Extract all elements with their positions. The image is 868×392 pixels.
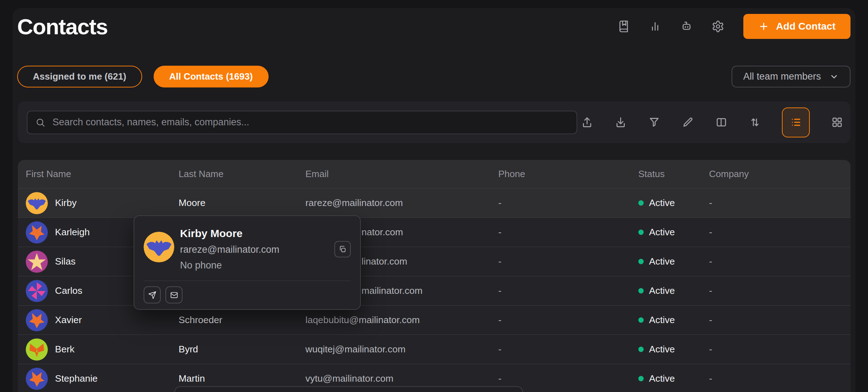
email-cell: laqebubitu@mailinator.com (305, 315, 498, 326)
status-cell: Active (638, 197, 709, 208)
send-message-button[interactable] (144, 286, 161, 303)
phone-cell: - (498, 256, 638, 267)
copy-icon (339, 245, 346, 253)
sort-icon (749, 116, 761, 129)
status-cell: Active (638, 373, 709, 384)
status-label: Active (649, 256, 675, 267)
contacts-page: Contacts Add Contact Assigned to me (621… (0, 0, 868, 392)
upload-icon (581, 116, 593, 129)
contact-avatar (26, 251, 48, 273)
hovercard-email: rareze@mailinator.com (180, 244, 279, 255)
contact-avatar (26, 280, 48, 302)
column-header: Status (638, 169, 709, 180)
download-icon (614, 116, 627, 129)
last-name-cell: Moore (179, 197, 305, 208)
team-members-value: All team members (743, 71, 821, 82)
last-name-cell: Byrd (179, 344, 305, 355)
filter-icon (648, 116, 660, 129)
first-name-cell: Stephanie (55, 373, 98, 384)
hovercard-name: Kirby Moore (180, 227, 243, 240)
status-label: Active (649, 227, 675, 238)
table-row[interactable]: Kirby Moore rareze@mailinator.com - Acti… (18, 188, 850, 217)
add-contact-button[interactable]: Add Contact (743, 14, 850, 39)
contact-hovercard: Kirby Moore rareze@mailinator.com No pho… (134, 215, 361, 310)
last-name-cell: Schroeder (179, 315, 305, 326)
email-cell: rareze@mailinator.com (305, 197, 498, 208)
contact-avatar (26, 338, 48, 361)
company-cell: - (709, 373, 850, 384)
first-name-cell: Berk (55, 344, 75, 355)
column-header: First Name (26, 169, 179, 180)
contact-avatar (26, 221, 48, 243)
column-header: Phone (498, 169, 638, 180)
grid-view-icon (831, 116, 843, 129)
plus-icon (758, 21, 769, 32)
filter-button[interactable] (648, 116, 660, 129)
automation-bot-icon (680, 20, 693, 33)
status-dot (638, 230, 644, 235)
hovercard-actions (144, 286, 183, 303)
analytics-button[interactable] (647, 18, 663, 35)
search-input[interactable] (27, 111, 577, 134)
column-header: Last Name (179, 169, 305, 180)
saved-views-button[interactable] (615, 18, 632, 35)
grid-view-button[interactable] (830, 116, 843, 129)
automation-bot-button[interactable] (678, 18, 695, 35)
download-button[interactable] (614, 116, 627, 129)
status-dot (638, 259, 644, 264)
first-name-cell: Silas (55, 256, 75, 267)
sort-button[interactable] (748, 116, 761, 129)
email-cell: vytu@mailinator.com (305, 373, 498, 384)
first-name-cell: Xavier (55, 315, 82, 326)
tab-assigned-to-me[interactable]: Assigned to me (621) (17, 66, 142, 87)
contact-avatar (26, 309, 48, 331)
last-name-cell: Martin (179, 373, 305, 384)
table-row[interactable]: Berk Byrd wuqitej@mailinator.com - Activ… (18, 335, 850, 364)
company-cell: - (709, 315, 850, 326)
first-name-cell: Carlos (55, 285, 83, 296)
header-actions: Add Contact (600, 14, 850, 39)
status-dot (638, 288, 644, 293)
first-name-cell: Karleigh (55, 227, 90, 238)
mail-icon (170, 291, 179, 300)
company-cell: - (709, 197, 850, 208)
column-header: Company (709, 169, 850, 180)
status-cell: Active (638, 285, 709, 296)
settings-gear-button[interactable] (710, 18, 726, 35)
search-box (27, 111, 577, 134)
edit-button[interactable] (681, 116, 694, 129)
tab-all-contacts[interactable]: All Contacts (1693) (154, 66, 269, 87)
upload-button[interactable] (580, 116, 593, 129)
add-contact-label: Add Contact (776, 21, 835, 32)
hovercard-avatar (144, 232, 174, 262)
list-view-icon (790, 116, 802, 129)
company-cell: - (709, 227, 850, 238)
hovercard-divider (144, 281, 351, 281)
team-members-dropdown[interactable]: All team members (732, 66, 850, 87)
status-dot (638, 200, 644, 206)
toolbar (18, 101, 850, 143)
phone-cell: - (498, 344, 638, 355)
chevron-down-icon (829, 72, 839, 81)
phone-cell: - (498, 227, 638, 238)
list-view-button[interactable] (782, 107, 810, 137)
status-cell: Active (638, 256, 709, 267)
phone-cell: - (498, 285, 638, 296)
edit-icon (682, 116, 694, 129)
columns-icon (715, 116, 728, 129)
search-icon (35, 117, 45, 127)
email-cell: wuqitej@mailinator.com (305, 344, 498, 355)
contact-avatar (26, 192, 48, 214)
toolbar-icon-buttons (580, 107, 843, 137)
filter-tabs: Assigned to me (621) All Contacts (1693) (17, 66, 269, 87)
status-dot (638, 317, 644, 323)
saved-views-icon (617, 20, 630, 33)
status-label: Active (649, 373, 675, 384)
company-cell: - (709, 285, 850, 296)
contact-avatar (26, 368, 48, 390)
copy-email-button[interactable] (334, 241, 351, 257)
email-contact-button[interactable] (165, 286, 183, 303)
phone-cell: - (498, 373, 638, 384)
columns-button[interactable] (715, 116, 728, 129)
hovercard-phone: No phone (180, 260, 222, 271)
